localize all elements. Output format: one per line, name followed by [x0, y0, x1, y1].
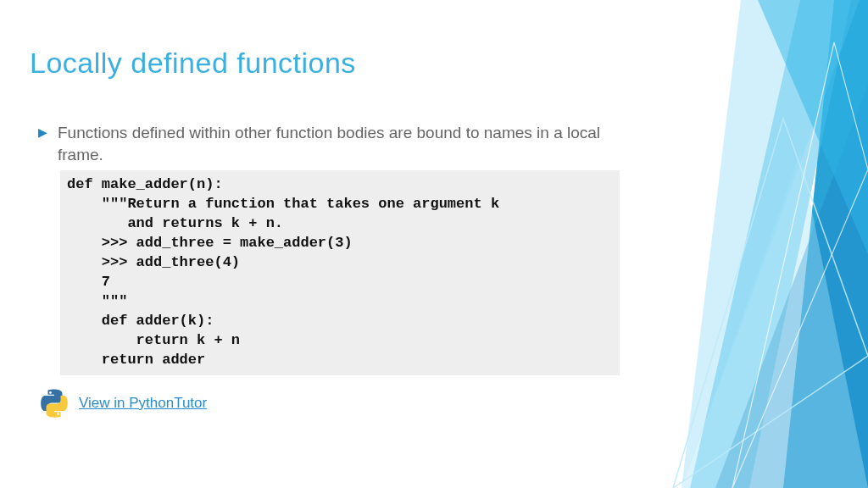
bullet-item: ▶ Functions defined within other functio…: [38, 122, 631, 165]
slide-content: Locally defined functions ▶ Functions de…: [30, 47, 631, 419]
svg-marker-2: [682, 0, 860, 488]
slide-title: Locally defined functions: [30, 47, 631, 80]
svg-marker-5: [682, 152, 868, 488]
svg-marker-4: [758, 0, 868, 254]
slide: Locally defined functions ▶ Functions de…: [0, 0, 868, 488]
slide-body: ▶ Functions defined within other functio…: [30, 122, 631, 419]
svg-marker-6: [673, 119, 868, 488]
bullet-text: Functions defined within other function …: [58, 122, 631, 165]
svg-marker-7: [732, 42, 868, 488]
link-row: View in PythonTutor: [38, 387, 631, 419]
triangle-bullet-icon: ▶: [38, 125, 47, 139]
code-block: def make_adder(n): """Return a function …: [60, 170, 620, 374]
background-triangles: [631, 0, 868, 488]
svg-marker-0: [783, 0, 868, 488]
svg-marker-1: [690, 0, 851, 488]
python-logo-icon: [38, 387, 70, 419]
svg-marker-3: [715, 85, 868, 488]
pythontutor-link[interactable]: View in PythonTutor: [79, 395, 207, 412]
